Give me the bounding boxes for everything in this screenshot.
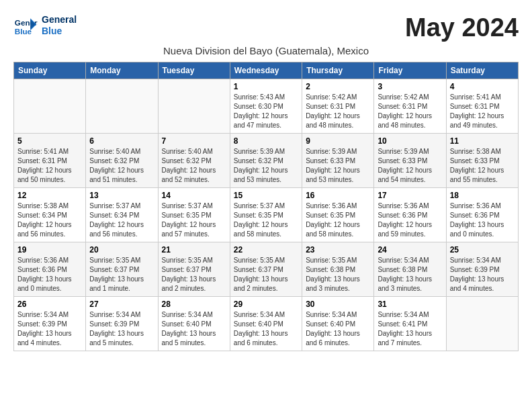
day-info: Sunrise: 5:34 AM Sunset: 6:41 PM Dayligh…: [378, 310, 442, 348]
page-subtitle: Nueva Division del Bayo (Guatemala), Mex…: [13, 45, 519, 56]
day-info: Sunrise: 5:37 AM Sunset: 6:34 PM Dayligh…: [89, 201, 154, 239]
day-number: 24: [378, 245, 442, 255]
day-number: 9: [306, 136, 370, 146]
day-info: Sunrise: 5:39 AM Sunset: 6:33 PM Dayligh…: [378, 147, 442, 185]
logo-blue: Blue: [42, 26, 77, 37]
day-number: 20: [89, 245, 154, 255]
logo: General Blue General Blue: [13, 13, 77, 38]
day-number: 29: [234, 300, 298, 309]
day-info: Sunrise: 5:39 AM Sunset: 6:32 PM Dayligh…: [234, 147, 298, 185]
day-number: 3: [378, 82, 442, 91]
logo-general: General: [42, 14, 77, 26]
calendar-week-5: 26Sunrise: 5:34 AM Sunset: 6:39 PM Dayli…: [14, 297, 519, 351]
day-info: Sunrise: 5:41 AM Sunset: 6:31 PM Dayligh…: [450, 93, 515, 130]
day-number: 5: [17, 136, 82, 146]
calendar-cell: 13Sunrise: 5:37 AM Sunset: 6:34 PM Dayli…: [86, 188, 158, 242]
calendar-cell: 30Sunrise: 5:34 AM Sunset: 6:40 PM Dayli…: [302, 297, 374, 351]
calendar-cell: 20Sunrise: 5:35 AM Sunset: 6:37 PM Dayli…: [86, 242, 158, 297]
day-number: 19: [17, 245, 82, 255]
day-info: Sunrise: 5:36 AM Sunset: 6:36 PM Dayligh…: [17, 256, 82, 293]
day-info: Sunrise: 5:34 AM Sunset: 6:40 PM Dayligh…: [306, 310, 370, 348]
calendar-cell: 18Sunrise: 5:36 AM Sunset: 6:36 PM Dayli…: [446, 188, 518, 242]
day-number: 12: [17, 191, 82, 200]
day-info: Sunrise: 5:41 AM Sunset: 6:31 PM Dayligh…: [17, 147, 82, 185]
calendar-cell: 19Sunrise: 5:36 AM Sunset: 6:36 PM Dayli…: [14, 242, 86, 297]
calendar-cell: 24Sunrise: 5:34 AM Sunset: 6:38 PM Dayli…: [374, 242, 446, 297]
day-info: Sunrise: 5:40 AM Sunset: 6:32 PM Dayligh…: [89, 147, 154, 185]
weekday-header-saturday: Saturday: [446, 62, 518, 79]
svg-text:Blue: Blue: [15, 27, 32, 36]
day-number: 30: [306, 300, 370, 309]
calendar-cell: 1Sunrise: 5:43 AM Sunset: 6:30 PM Daylig…: [230, 79, 302, 134]
day-number: 15: [234, 191, 298, 200]
calendar-cell: 2Sunrise: 5:42 AM Sunset: 6:31 PM Daylig…: [302, 79, 374, 134]
day-number: 1: [234, 82, 298, 91]
day-info: Sunrise: 5:36 AM Sunset: 6:36 PM Dayligh…: [450, 201, 515, 239]
day-info: Sunrise: 5:34 AM Sunset: 6:38 PM Dayligh…: [378, 256, 442, 293]
calendar-cell: 22Sunrise: 5:35 AM Sunset: 6:37 PM Dayli…: [230, 242, 302, 297]
day-number: 4: [450, 82, 515, 91]
day-info: Sunrise: 5:36 AM Sunset: 6:36 PM Dayligh…: [378, 201, 442, 239]
day-info: Sunrise: 5:35 AM Sunset: 6:38 PM Dayligh…: [306, 256, 370, 293]
day-info: Sunrise: 5:39 AM Sunset: 6:33 PM Dayligh…: [306, 147, 370, 185]
day-info: Sunrise: 5:35 AM Sunset: 6:37 PM Dayligh…: [162, 256, 226, 293]
day-number: 11: [450, 136, 515, 146]
calendar-cell: 11Sunrise: 5:38 AM Sunset: 6:33 PM Dayli…: [446, 134, 518, 188]
calendar-cell: 23Sunrise: 5:35 AM Sunset: 6:38 PM Dayli…: [302, 242, 374, 297]
day-number: 28: [162, 300, 226, 309]
month-title: May 2024: [405, 13, 519, 42]
calendar-cell: 15Sunrise: 5:37 AM Sunset: 6:35 PM Dayli…: [230, 188, 302, 242]
day-info: Sunrise: 5:42 AM Sunset: 6:31 PM Dayligh…: [306, 93, 370, 130]
day-info: Sunrise: 5:34 AM Sunset: 6:40 PM Dayligh…: [162, 310, 226, 348]
day-number: 17: [378, 191, 442, 200]
calendar-week-4: 19Sunrise: 5:36 AM Sunset: 6:36 PM Dayli…: [14, 242, 519, 297]
day-info: Sunrise: 5:40 AM Sunset: 6:32 PM Dayligh…: [162, 147, 226, 185]
day-info: Sunrise: 5:34 AM Sunset: 6:39 PM Dayligh…: [450, 256, 515, 293]
calendar-cell: 6Sunrise: 5:40 AM Sunset: 6:32 PM Daylig…: [86, 134, 158, 188]
day-info: Sunrise: 5:34 AM Sunset: 6:39 PM Dayligh…: [17, 310, 82, 348]
weekday-header-friday: Friday: [374, 62, 446, 79]
day-number: 18: [450, 191, 515, 200]
calendar-cell: 5Sunrise: 5:41 AM Sunset: 6:31 PM Daylig…: [14, 134, 86, 188]
day-number: 7: [162, 136, 226, 146]
calendar-cell: 3Sunrise: 5:42 AM Sunset: 6:31 PM Daylig…: [374, 79, 446, 134]
calendar-cell: 14Sunrise: 5:37 AM Sunset: 6:35 PM Dayli…: [158, 188, 230, 242]
day-number: 14: [162, 191, 226, 200]
day-number: 27: [89, 300, 154, 309]
calendar-cell: 27Sunrise: 5:34 AM Sunset: 6:39 PM Dayli…: [86, 297, 158, 351]
calendar-cell: 29Sunrise: 5:34 AM Sunset: 6:40 PM Dayli…: [230, 297, 302, 351]
calendar-cell: 28Sunrise: 5:34 AM Sunset: 6:40 PM Dayli…: [158, 297, 230, 351]
day-number: 10: [378, 136, 442, 146]
weekday-header-tuesday: Tuesday: [158, 62, 230, 79]
calendar-cell: 17Sunrise: 5:36 AM Sunset: 6:36 PM Dayli…: [374, 188, 446, 242]
calendar-week-2: 5Sunrise: 5:41 AM Sunset: 6:31 PM Daylig…: [14, 134, 519, 188]
day-number: 13: [89, 191, 154, 200]
logo-icon: General Blue: [13, 13, 38, 38]
weekday-header-sunday: Sunday: [14, 62, 86, 79]
calendar-table: SundayMondayTuesdayWednesdayThursdayFrid…: [13, 62, 519, 351]
calendar-week-3: 12Sunrise: 5:38 AM Sunset: 6:34 PM Dayli…: [14, 188, 519, 242]
day-info: Sunrise: 5:37 AM Sunset: 6:35 PM Dayligh…: [162, 201, 226, 239]
day-number: 16: [306, 191, 370, 200]
day-number: 21: [162, 245, 226, 255]
calendar-cell: 26Sunrise: 5:34 AM Sunset: 6:39 PM Dayli…: [14, 297, 86, 351]
day-number: 25: [450, 245, 515, 255]
calendar-cell: 16Sunrise: 5:36 AM Sunset: 6:35 PM Dayli…: [302, 188, 374, 242]
day-number: 31: [378, 300, 442, 309]
calendar-cell: 10Sunrise: 5:39 AM Sunset: 6:33 PM Dayli…: [374, 134, 446, 188]
day-info: Sunrise: 5:43 AM Sunset: 6:30 PM Dayligh…: [234, 93, 298, 130]
day-number: 23: [306, 245, 370, 255]
day-number: 26: [17, 300, 82, 309]
weekday-header-wednesday: Wednesday: [230, 62, 302, 79]
day-info: Sunrise: 5:42 AM Sunset: 6:31 PM Dayligh…: [378, 93, 442, 130]
day-info: Sunrise: 5:38 AM Sunset: 6:34 PM Dayligh…: [17, 201, 82, 239]
day-info: Sunrise: 5:34 AM Sunset: 6:40 PM Dayligh…: [234, 310, 298, 348]
day-number: 6: [89, 136, 154, 146]
weekday-header-monday: Monday: [86, 62, 158, 79]
day-info: Sunrise: 5:38 AM Sunset: 6:33 PM Dayligh…: [450, 147, 515, 185]
calendar-cell: 4Sunrise: 5:41 AM Sunset: 6:31 PM Daylig…: [446, 79, 518, 134]
day-number: 2: [306, 82, 370, 91]
calendar-cell: [86, 79, 158, 134]
calendar-cell: 25Sunrise: 5:34 AM Sunset: 6:39 PM Dayli…: [446, 242, 518, 297]
calendar-week-1: 1Sunrise: 5:43 AM Sunset: 6:30 PM Daylig…: [14, 79, 519, 134]
